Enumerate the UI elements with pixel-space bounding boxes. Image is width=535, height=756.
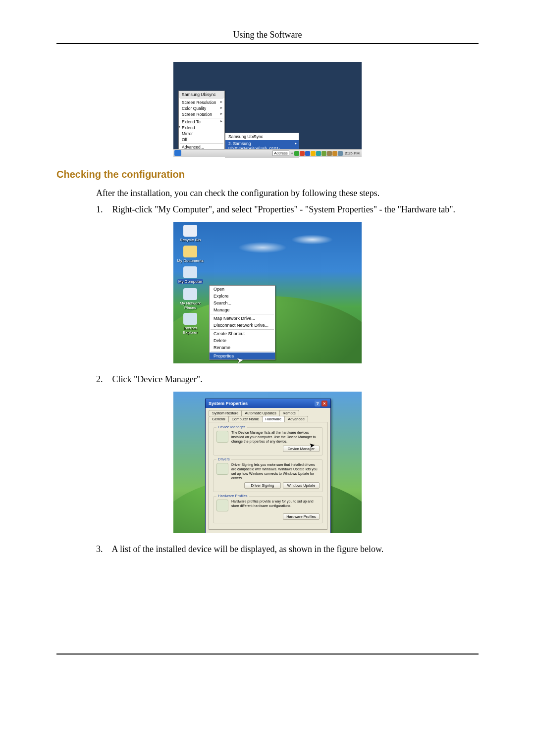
ctx-search[interactable]: Search... (210, 300, 275, 306)
tray-icon[interactable] (327, 151, 332, 156)
recycle-bin-icon (183, 225, 197, 237)
step-1: 1. Right-click "My Computer", and select… (96, 204, 479, 215)
tray-icon[interactable] (305, 151, 310, 156)
figure-desktop-rightclick: Recycle Bin My Documents My Computer My … (173, 222, 362, 363)
group-device-manager: Device Manager The Device Manager lists … (213, 427, 323, 455)
hw-profiles-desc: Hardware profiles provide a way for you … (231, 500, 320, 508)
tray-icon[interactable] (338, 151, 343, 156)
tab-hardware[interactable]: Hardware (262, 416, 285, 422)
mi-screen-resolution[interactable]: Screen Resolution (179, 100, 224, 105)
tray-icon[interactable] (332, 151, 337, 156)
legend-device-manager: Device Manager (216, 425, 247, 429)
icon-label: My Computer (177, 279, 203, 284)
ubisync-context-menu[interactable]: Samsung Ubisync Screen Resolution Color … (178, 91, 225, 151)
tab-body-hardware: Device Manager The Device Manager lists … (209, 422, 327, 530)
mi-extend-to[interactable]: Extend To (179, 119, 224, 125)
figure-system-properties: System Properties ? × System Restore Aut… (173, 392, 362, 533)
taskbar: Address « 2:25 PM (173, 149, 362, 157)
step-1-number: 1. (96, 204, 110, 215)
ctx-disconnect-drive[interactable]: Disconnect Network Drive... (210, 322, 275, 329)
step-2-number: 2. (96, 374, 110, 385)
intro-text: After the installation, you can check th… (96, 188, 479, 199)
desktop-icon-my-documents[interactable]: My Documents (176, 246, 204, 263)
hardware-profiles-button[interactable]: Hardware Profiles (283, 513, 320, 520)
icon-label: Recycle Bin (180, 238, 201, 242)
ie-icon (183, 313, 197, 325)
mi-extend[interactable]: Extend (179, 125, 224, 131)
my-computer-context-menu[interactable]: Open Explore Search... Manage Map Networ… (209, 285, 275, 360)
dialog-title: System Properties (209, 401, 248, 406)
ctx-create-shortcut[interactable]: Create Shortcut (210, 330, 275, 337)
figure-ubisync-menu: Samsung Ubisync Screen Resolution Color … (173, 62, 362, 157)
device-manager-desc: The Device Manager lists all the hardwar… (231, 431, 320, 444)
step-1-text: Right-click "My Computer", and select "P… (112, 204, 456, 214)
tab-computer-name[interactable]: Computer Name (228, 416, 263, 422)
step-2: 2. Click "Device Manager". (96, 374, 479, 385)
icon-label: My Network Places (180, 301, 201, 310)
tab-automatic-updates[interactable]: Automatic Updates (241, 410, 279, 416)
ctx-explore[interactable]: Explore (210, 293, 275, 300)
ctx-manage[interactable]: Manage (210, 306, 275, 313)
menu-header: Samsung Ubisync (179, 91, 224, 98)
submenu-title[interactable]: Samsung UbiSync (225, 133, 299, 140)
desktop-icon-ie[interactable]: Internet Explorer (176, 313, 204, 335)
ctx-open[interactable]: Open (210, 286, 275, 293)
hw-profiles-icon (216, 500, 228, 511)
group-hardware-profiles: Hardware Profiles Hardware profiles prov… (213, 496, 323, 523)
mi-off[interactable]: Off (179, 137, 224, 143)
section-title-checking-config: Checking the configuration (56, 169, 479, 180)
folder-icon (183, 246, 197, 257)
step-3-text: A list of the installed device will be d… (112, 544, 384, 554)
system-properties-dialog[interactable]: System Properties ? × System Restore Aut… (205, 399, 331, 533)
step-3-number: 3. (96, 544, 110, 554)
desktop-icon-my-network-places[interactable]: My Network Places (176, 288, 204, 310)
device-manager-icon (216, 431, 228, 443)
tray-icon[interactable] (311, 151, 316, 156)
tray-icon[interactable] (300, 151, 305, 156)
drivers-desc: Driver Signing lets you make sure that i… (231, 463, 320, 480)
taskbar-clock: 2:25 PM (345, 151, 360, 155)
tab-remote[interactable]: Remote (279, 410, 299, 416)
dialog-tabs: System Restore Automatic Updates Remote … (206, 408, 330, 422)
ctx-rename[interactable]: Rename (210, 344, 275, 351)
desktop-icon-my-computer[interactable]: My Computer (176, 266, 204, 284)
driver-signing-button[interactable]: Driver Signing (244, 482, 281, 489)
tab-advanced[interactable]: Advanced (284, 416, 308, 422)
tray-icon[interactable] (294, 151, 299, 156)
dialog-titlebar[interactable]: System Properties ? × (206, 399, 330, 408)
step-3: 3. A list of the installed device will b… (96, 544, 479, 554)
help-button-icon[interactable]: ? (315, 401, 321, 406)
ctx-delete[interactable]: Delete (210, 337, 275, 344)
ctx-map-drive[interactable]: Map Network Drive... (210, 315, 275, 322)
footer-rule (56, 654, 479, 655)
address-arrows-icon[interactable]: « (291, 151, 293, 155)
group-drivers: Drivers Driver Signing lets you make sur… (213, 459, 323, 492)
network-icon (183, 288, 197, 300)
step-2-text: Click "Device Manager". (112, 374, 203, 384)
icon-label: My Documents (177, 258, 203, 263)
tab-general[interactable]: General (209, 416, 229, 422)
windows-update-button[interactable]: Windows Update (283, 482, 320, 489)
address-label: Address (272, 151, 289, 156)
system-tray (294, 151, 343, 156)
cursor-icon: ➤ (309, 441, 316, 450)
mi-mirror[interactable]: Mirror (179, 131, 224, 137)
mi-screen-rotation[interactable]: Screen Rotation (179, 111, 224, 117)
page-header: Using the Software (56, 30, 479, 44)
legend-drivers: Drivers (216, 457, 231, 461)
legend-hw-profiles: Hardware Profiles (216, 494, 249, 498)
icon-label: Internet Explorer (183, 326, 198, 335)
tab-system-restore[interactable]: System Restore (209, 410, 242, 416)
tray-icon[interactable] (321, 151, 326, 156)
computer-icon (183, 266, 197, 278)
tray-icon[interactable] (316, 151, 321, 156)
close-button-icon[interactable]: × (321, 401, 327, 406)
start-button-icon[interactable] (174, 150, 181, 156)
desktop-icon-recycle-bin[interactable]: Recycle Bin (176, 225, 204, 242)
drivers-icon (216, 463, 228, 475)
dialog-buttons: OK Cancel Apply (206, 533, 330, 533)
mi-color-quality[interactable]: Color Quality (179, 105, 224, 111)
